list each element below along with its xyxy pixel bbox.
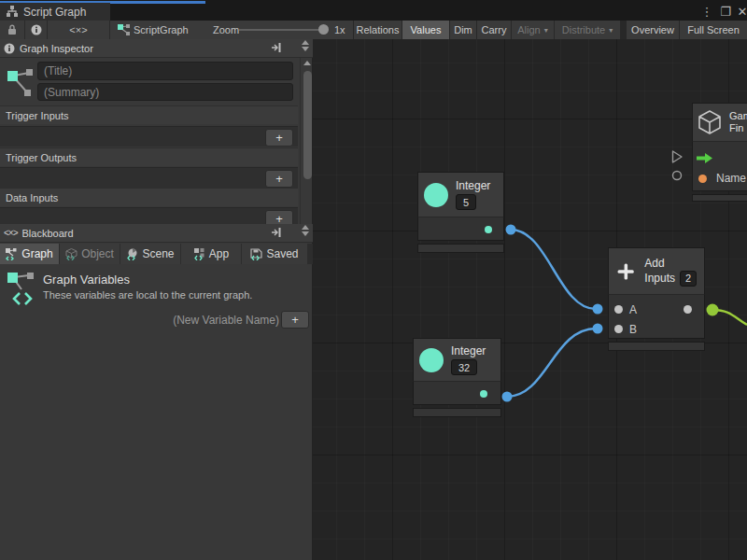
chevron-down-icon: ▾	[544, 26, 548, 35]
integer-value-input[interactable]: 32	[451, 359, 477, 375]
zoom-value: 1x	[334, 24, 345, 35]
align-dropdown[interactable]: Align▾	[512, 21, 554, 39]
graph-tab-icon	[6, 248, 18, 260]
popout-icon[interactable]	[270, 42, 282, 53]
script-graph-icon	[116, 21, 131, 39]
overview-button[interactable]: Overview	[627, 21, 679, 39]
trigger-inputs-label: Trigger Inputs	[0, 105, 298, 124]
wire-endpoint	[506, 225, 516, 235]
dim-button[interactable]: Dim	[450, 21, 476, 39]
flow-input-port[interactable]	[697, 153, 712, 163]
blackboard-title: Blackboard	[22, 228, 74, 239]
wire-endpoint	[707, 304, 719, 316]
cube-icon	[698, 109, 722, 135]
tab-app[interactable]: App	[181, 244, 241, 264]
header-scroll-arrows[interactable]	[300, 40, 311, 51]
unconnected-data-port-icon	[673, 172, 682, 180]
close-button[interactable]: ✕	[734, 3, 747, 20]
tab-saved[interactable]: Saved	[242, 244, 307, 264]
graph-title-input[interactable]: (Title)	[37, 62, 293, 80]
name-input-port[interactable]	[698, 175, 707, 183]
info-icon	[4, 43, 15, 54]
side-panel: Graph Inspector (Title) (Summary) Trigge…	[0, 39, 313, 560]
data-inputs-label: Data Inputs	[0, 188, 298, 206]
new-variable-row: (New Variable Name) +	[0, 310, 313, 330]
graph-variables-title: Graph Variables	[43, 273, 130, 287]
graph-name-label: ScriptGraph	[134, 24, 189, 35]
scrollbar-thumb[interactable]	[303, 71, 312, 179]
output-port[interactable]	[485, 226, 492, 233]
integer-type-icon	[419, 348, 444, 372]
inputs-label: Inputs	[644, 272, 675, 285]
add-trigger-input-button[interactable]: +	[265, 129, 293, 147]
kebab-icon: ⋮	[701, 5, 713, 19]
wire-endpoint	[593, 324, 603, 334]
trigger-outputs-list: +	[0, 167, 298, 188]
blackboard-tab-bar: Graph Object Scene	[0, 244, 313, 264]
cube-icon	[65, 248, 78, 260]
node-gameobject-find[interactable]: Gam Fin Name	[692, 103, 747, 202]
input-port-b[interactable]	[614, 325, 623, 333]
tab-graph[interactable]: Graph	[0, 244, 59, 264]
integer-value-input[interactable]: 5	[456, 194, 476, 210]
graph-canvas[interactable]: Integer 5 Integer 32	[313, 39, 747, 560]
add-variable-button[interactable]: +	[281, 311, 309, 329]
app-icon	[193, 248, 205, 260]
tab-object[interactable]: Object	[60, 244, 120, 264]
scroll-up-icon[interactable]	[303, 61, 311, 65]
wire-endpoint	[502, 392, 513, 402]
node-add[interactable]: Add Inputs 2 A B	[608, 247, 705, 351]
new-variable-input[interactable]: (New Variable Name)	[173, 314, 279, 327]
graph-summary-input[interactable]: (Summary)	[37, 83, 293, 101]
graph-variables-icon	[7, 271, 36, 308]
trigger-outputs-label: Trigger Outputs	[0, 147, 298, 166]
output-port[interactable]	[480, 390, 487, 398]
node-integer-5[interactable]: Integer 5	[417, 172, 504, 253]
relations-button[interactable]: Relations	[354, 21, 402, 39]
wire-endpoint	[593, 304, 603, 315]
zoom-slider-knob[interactable]	[318, 24, 329, 35]
zoom-slider-track[interactable]	[239, 29, 329, 31]
scene-icon	[126, 248, 138, 260]
zoom-label: Zoom	[213, 24, 239, 35]
add-trigger-output-button[interactable]: +	[265, 170, 293, 188]
graph-asset-icon	[6, 6, 19, 18]
header-scroll-arrows[interactable]	[300, 225, 311, 236]
integer-type-icon	[424, 183, 448, 207]
close-icon: ✕	[738, 5, 747, 19]
graph-inspector-header[interactable]: Graph Inspector	[0, 39, 313, 58]
blackboard-header[interactable]: <×> Blackboard	[0, 224, 313, 243]
input-port-a[interactable]	[614, 305, 623, 314]
trigger-inputs-list: +	[0, 126, 298, 147]
popout-icon[interactable]	[270, 227, 282, 238]
tab-scene[interactable]: Scene	[120, 244, 180, 264]
carry-button[interactable]: Carry	[477, 21, 511, 39]
add-icon	[616, 259, 635, 284]
maximize-button[interactable]: ❐	[717, 3, 734, 20]
code-view-button[interactable]: <×>	[48, 21, 109, 39]
maximize-icon: ❐	[720, 5, 731, 19]
fullscreen-button[interactable]: Full Screen	[680, 21, 747, 39]
info-button[interactable]	[25, 21, 47, 39]
wire-integer32-to-b	[507, 329, 596, 397]
lock-button[interactable]	[0, 21, 24, 39]
tab-script-graph[interactable]: Script Graph	[0, 3, 110, 21]
script-graph-window: Script Graph ⋮ ❐ ✕ <×>	[0, 0, 747, 560]
graph-preview-icon	[7, 65, 35, 103]
tab-title: Script Graph	[23, 6, 86, 19]
title-bar: Script Graph ⋮ ❐ ✕	[0, 0, 747, 21]
inputs-count-input[interactable]: 2	[680, 271, 697, 287]
wire-add-output	[712, 310, 747, 325]
values-button[interactable]: Values	[402, 21, 449, 39]
window-menu-button[interactable]: ⋮	[698, 3, 715, 20]
node-integer-32[interactable]: Integer 32	[413, 338, 501, 417]
graph-toolbar: <×> ScriptGraph Zoom 1x Relations Values…	[0, 21, 747, 39]
distribute-dropdown[interactable]: Distribute▾	[555, 21, 620, 39]
graph-variables-description: These variables are local to the current…	[43, 289, 252, 301]
wire-integer5-to-a	[511, 230, 596, 309]
lock-icon	[7, 24, 17, 35]
output-port[interactable]	[684, 305, 692, 314]
inspector-scrollbar[interactable]	[300, 58, 313, 243]
code-icon: <×>	[69, 24, 87, 35]
unconnected-flow-port-icon	[673, 151, 683, 162]
